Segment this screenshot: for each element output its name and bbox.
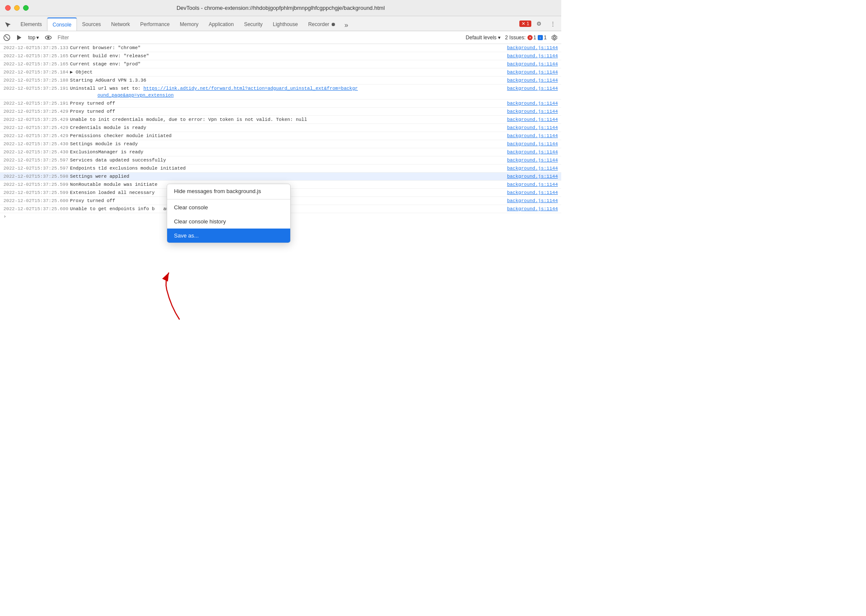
tab-lighthouse[interactable]: Lighthouse: [268, 18, 303, 31]
log-message: Unable to init credentials module, due t…: [70, 116, 504, 123]
log-timestamp: 2022-12-02T15:37:25.165: [3, 53, 68, 59]
log-source[interactable]: background.js:1144: [507, 100, 558, 107]
default-levels-btn[interactable]: Default levels ▾: [464, 34, 503, 41]
log-timestamp: 2022-12-02T15:37:25.430: [3, 141, 68, 147]
log-source[interactable]: background.js:1144: [507, 53, 558, 59]
log-message: Services data updated successfully: [70, 157, 504, 164]
log-message: Endpoints tld exclusions module initiate…: [70, 165, 504, 172]
log-source[interactable]: background.js:1144: [507, 108, 558, 115]
log-timestamp: 2022-12-02T15:37:25.184: [3, 69, 68, 76]
log-timestamp: 2022-12-02T15:37:25.429: [3, 124, 68, 131]
clear-console-btn[interactable]: [2, 32, 12, 43]
log-source[interactable]: background.js:1144: [507, 157, 558, 164]
log-source[interactable]: background.js:1144: [507, 44, 558, 51]
log-message: Settings were applied: [70, 173, 504, 180]
minimize-button[interactable]: [14, 5, 20, 11]
log-timestamp: 2022-12-02T15:37:25.600: [3, 197, 68, 204]
svg-point-4: [47, 36, 49, 38]
log-timestamp: 2022-12-02T15:37:25.165: [3, 61, 68, 67]
close-button[interactable]: [5, 5, 11, 11]
console-settings-btn[interactable]: [549, 32, 560, 43]
log-timestamp: 2022-12-02T15:37:25.598: [3, 173, 68, 180]
log-source[interactable]: background.js:1144: [507, 124, 558, 131]
tab-network[interactable]: Network: [106, 18, 135, 31]
error-badge[interactable]: ✕ 1: [519, 21, 531, 27]
log-line: 2022-12-02T15:37:25.133 Current browser:…: [0, 44, 561, 52]
warning-issue-count: i 1: [538, 35, 547, 41]
log-message: Current stage env: "prod": [70, 61, 504, 67]
log-source[interactable]: background.js:1144: [507, 132, 558, 139]
traffic-lights: [5, 5, 29, 11]
inspect-icon[interactable]: [2, 19, 14, 31]
log-line: 2022-12-02T15:37:25.188 Starting AdGuard…: [0, 76, 561, 85]
log-timestamp: 2022-12-02T15:37:25.600: [3, 205, 68, 212]
log-timestamp: 2022-12-02T15:37:25.429: [3, 108, 68, 115]
log-timestamp: 2022-12-02T15:37:25.429: [3, 116, 68, 123]
log-timestamp: 2022-12-02T15:37:25.430: [3, 149, 68, 155]
log-source[interactable]: background.js:1144: [507, 205, 558, 212]
log-source[interactable]: background.js:1144: [507, 181, 558, 188]
log-source[interactable]: background.js:1144: [507, 85, 558, 92]
log-source[interactable]: background.js:1144: [507, 173, 558, 180]
levels-dropdown-arrow: ▾: [498, 35, 501, 41]
log-source[interactable]: background.js:1144: [507, 165, 558, 172]
tab-memory[interactable]: Memory: [175, 18, 203, 31]
log-line: 2022-12-02T15:37:25.429 Proxy turned off…: [0, 108, 561, 116]
context-menu-item-save-as[interactable]: Save as...: [167, 229, 290, 243]
log-timestamp: 2022-12-02T15:37:25.429: [3, 132, 68, 139]
svg-point-9: [554, 36, 556, 38]
svg-text:✕: ✕: [528, 36, 531, 40]
tab-console[interactable]: Console: [47, 18, 77, 31]
tab-elements[interactable]: Elements: [15, 18, 47, 31]
log-source[interactable]: background.js:1144: [507, 189, 558, 196]
log-line: 2022-12-02T15:37:25.429 Unable to init c…: [0, 116, 561, 124]
eye-btn[interactable]: [43, 32, 53, 43]
uninstall-url-link[interactable]: https://link.adtidy.net/forward.html?act…: [143, 86, 358, 91]
filter-input[interactable]: [55, 32, 462, 43]
log-source[interactable]: background.js:1144: [507, 141, 558, 147]
toolbar-right: Default levels ▾ 2 Issues: ✕ 1 i 1: [464, 32, 560, 43]
svg-text:i: i: [540, 36, 541, 40]
log-timestamp: 2022-12-02T15:37:25.597: [3, 157, 68, 164]
log-source[interactable]: background.js:1144: [507, 197, 558, 204]
tabs-bar: Elements Console Sources Network Perform…: [0, 16, 561, 31]
log-line: 2022-12-02T15:37:25.429 Credentials modu…: [0, 124, 561, 132]
log-line-highlighted: 2022-12-02T15:37:25.598 Settings were ap…: [0, 173, 561, 181]
log-message: Permissions checker module initiated: [70, 132, 504, 139]
log-source[interactable]: background.js:1144: [507, 116, 558, 123]
context-menu-item-hide[interactable]: Hide messages from background.js: [167, 184, 290, 198]
log-source[interactable]: background.js:1144: [507, 61, 558, 67]
svg-line-1: [5, 36, 9, 39]
tab-performance[interactable]: Performance: [135, 18, 175, 31]
log-message: Current build env: "release": [70, 53, 504, 59]
context-menu-item-clear[interactable]: Clear console: [167, 200, 290, 214]
log-main: 2022-12-02T15:37:25.191 Uninstall url wa…: [3, 85, 558, 92]
log-message[interactable]: ▶ Object: [70, 69, 504, 76]
log-source[interactable]: background.js:1144: [507, 69, 558, 76]
maximize-button[interactable]: [23, 5, 29, 11]
log-line: 2022-12-02T15:37:25.597 Endpoints tld ex…: [0, 164, 561, 173]
tab-application[interactable]: Application: [203, 18, 239, 31]
log-line: 2022-12-02T15:37:25.184 ▶ Object backgro…: [0, 68, 561, 76]
tab-right-icons: ✕ 1 ⚙ ⋮: [519, 18, 561, 31]
gear-icon-btn[interactable]: ⚙: [533, 18, 545, 29]
default-levels-label: Default levels: [466, 35, 497, 41]
context-dropdown[interactable]: top ▾: [26, 33, 41, 42]
play-btn[interactable]: [14, 32, 24, 43]
log-source[interactable]: background.js:1144: [507, 149, 558, 155]
issues-label: 2 Issues:: [505, 35, 526, 41]
issues-badge[interactable]: 2 Issues: ✕ 1 i 1: [505, 35, 547, 41]
log-message: Proxy turned off: [70, 100, 504, 107]
context-menu-item-clear-history[interactable]: Clear console history: [167, 214, 290, 229]
tab-more-button[interactable]: »: [341, 20, 352, 31]
log-source[interactable]: background.js:1144: [507, 77, 558, 84]
error-icon: ✕: [521, 21, 525, 26]
log-line: 2022-12-02T15:37:25.597 Services data up…: [0, 156, 561, 164]
tab-sources[interactable]: Sources: [77, 18, 106, 31]
tab-recorder[interactable]: Recorder ⏺: [303, 18, 341, 31]
log-message: Credentials module is ready: [70, 124, 504, 131]
tab-security[interactable]: Security: [239, 18, 268, 31]
more-options-btn[interactable]: ⋮: [547, 18, 559, 29]
log-line: 2022-12-02T15:37:25.165 Current build en…: [0, 52, 561, 60]
log-timestamp: 2022-12-02T15:37:25.133: [3, 44, 68, 51]
